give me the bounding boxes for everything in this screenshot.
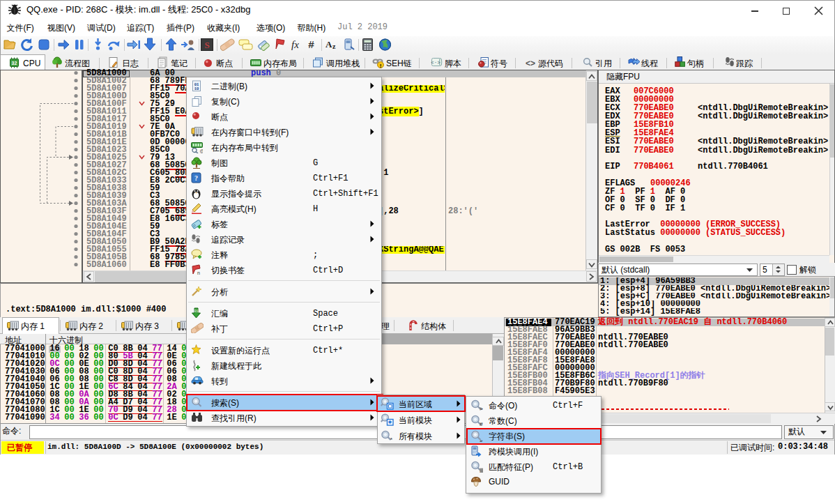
svg-text:!: !	[380, 63, 382, 69]
svg-text:>: >	[480, 406, 483, 411]
svg-text:10: 10	[194, 86, 199, 91]
svg-text:z: z	[332, 43, 336, 50]
svg-text:✱: ✱	[388, 420, 392, 425]
svg-text:#: #	[308, 40, 314, 51]
svg-text:#: #	[480, 421, 483, 427]
svg-text:@: @	[200, 148, 204, 153]
svg-text:*: *	[390, 436, 393, 442]
svg-text:<·>: <·>	[431, 60, 441, 66]
svg-text:<>: <>	[526, 59, 535, 67]
svg-text:?: ?	[194, 174, 198, 182]
svg-text:A: A	[325, 39, 332, 49]
svg-text:fx: fx	[291, 39, 299, 50]
svg-text:S: S	[204, 40, 209, 50]
svg-text:▦: ▦	[480, 467, 483, 473]
svg-text:n: n	[197, 270, 200, 275]
svg-text:01: 01	[194, 309, 198, 313]
svg-text:32: 32	[12, 61, 17, 66]
